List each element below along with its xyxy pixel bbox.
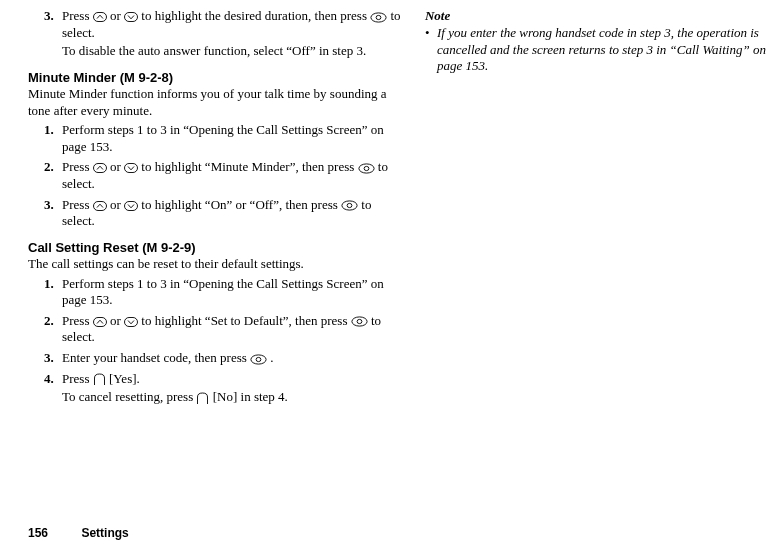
text: Press <box>62 313 93 328</box>
step-item: 3. Enter your handset code, then press . <box>44 350 405 367</box>
step-number: 3. <box>44 197 62 230</box>
step-number: 3. <box>44 350 62 367</box>
section-title: Settings <box>81 526 128 540</box>
svg-point-3 <box>376 15 381 19</box>
text: Press <box>62 197 93 212</box>
text: to highlight “On” or “Off”, then press <box>141 197 341 212</box>
page-footer: 156 Settings <box>28 526 129 540</box>
step-number: 1. <box>44 122 62 155</box>
down-key-icon <box>124 12 138 22</box>
svg-rect-5 <box>125 164 138 173</box>
step-number: 2. <box>44 313 62 346</box>
step-number: 2. <box>44 159 62 192</box>
svg-rect-12 <box>93 317 106 326</box>
note-text: If you enter the wrong handset code in s… <box>437 25 774 75</box>
text: Press <box>62 159 93 174</box>
step-item: 3. Press or to highlight the desired dur… <box>44 8 405 60</box>
left-column: 3. Press or to highlight the desired dur… <box>28 8 405 408</box>
text: Enter your handset code, then press <box>62 350 250 365</box>
softkey-icon <box>93 373 106 386</box>
down-key-icon <box>124 201 138 211</box>
step-number: 1. <box>44 276 62 309</box>
select-key-icon <box>358 163 375 174</box>
step-body: Perform steps 1 to 3 in “Opening the Cal… <box>62 276 405 309</box>
reset-steps: 1. Perform steps 1 to 3 in “Opening the … <box>44 276 405 406</box>
step-body: Press or to highlight “Minute Minder”, t… <box>62 159 405 192</box>
svg-point-17 <box>256 357 261 361</box>
svg-point-2 <box>371 12 386 21</box>
note-body: • If you enter the wrong handset code in… <box>425 25 774 75</box>
text: [No] in step 4. <box>213 389 288 404</box>
step-item: 4. Press [Yes]. To cancel resetting, pre… <box>44 371 405 406</box>
text: Press <box>62 371 93 386</box>
text: To cancel resetting, press <box>62 389 196 404</box>
step-item: 2. Press or to highlight “Set to Default… <box>44 313 405 346</box>
right-column: Note • If you enter the wrong handset co… <box>425 8 774 408</box>
heading-call-reset: Call Setting Reset (M 9-2-9) <box>28 240 405 255</box>
svg-point-14 <box>352 317 367 326</box>
svg-rect-1 <box>125 13 138 22</box>
step-body: Press or to highlight “On” or “Off”, the… <box>62 197 405 230</box>
text: or <box>110 197 124 212</box>
up-key-icon <box>93 12 107 22</box>
svg-point-6 <box>358 164 373 173</box>
up-key-icon <box>93 163 107 173</box>
text: Press <box>62 8 93 23</box>
step-followup: To cancel resetting, press [No] in step … <box>62 389 405 406</box>
text: to highlight the desired duration, then … <box>141 8 370 23</box>
svg-point-11 <box>347 204 352 208</box>
up-key-icon <box>93 201 107 211</box>
top-step3-block: 3. Press or to highlight the desired dur… <box>44 8 405 60</box>
svg-rect-9 <box>125 201 138 210</box>
text: to highlight “Minute Minder”, then press <box>141 159 357 174</box>
text: [Yes]. <box>109 371 140 386</box>
step-body: Press [Yes]. To cancel resetting, press … <box>62 371 405 406</box>
minute-steps: 1. Perform steps 1 to 3 in “Opening the … <box>44 122 405 230</box>
down-key-icon <box>124 317 138 327</box>
svg-point-7 <box>364 166 369 170</box>
step-body: Press or to highlight the desired durati… <box>62 8 405 60</box>
bullet-icon: • <box>425 25 437 75</box>
intro-minute-minder: Minute Minder function informs you of yo… <box>28 86 405 119</box>
page-number: 156 <box>28 526 48 540</box>
step-followup: To disable the auto answer function, sel… <box>62 43 405 60</box>
step-item: 1. Perform steps 1 to 3 in “Opening the … <box>44 122 405 155</box>
step-body: Press or to highlight “Set to Default”, … <box>62 313 405 346</box>
step-body: Enter your handset code, then press . <box>62 350 405 367</box>
softkey-icon <box>196 392 209 405</box>
text: or <box>110 313 124 328</box>
step-item: 1. Perform steps 1 to 3 in “Opening the … <box>44 276 405 309</box>
svg-rect-0 <box>93 13 106 22</box>
svg-rect-4 <box>93 164 106 173</box>
intro-call-reset: The call settings can be reset to their … <box>28 256 405 273</box>
step-number: 3. <box>44 8 62 60</box>
svg-point-10 <box>342 201 357 210</box>
select-key-icon <box>351 316 368 327</box>
svg-point-15 <box>357 320 362 324</box>
select-key-icon <box>250 354 267 365</box>
text: or <box>110 159 124 174</box>
note-heading: Note <box>425 8 774 24</box>
heading-minute-minder: Minute Minder (M 9-2-8) <box>28 70 405 85</box>
select-key-icon <box>370 12 387 23</box>
down-key-icon <box>124 163 138 173</box>
text: . <box>270 350 273 365</box>
svg-rect-8 <box>93 201 106 210</box>
step-item: 2. Press or to highlight “Minute Minder”… <box>44 159 405 192</box>
up-key-icon <box>93 317 107 327</box>
text: or <box>110 8 124 23</box>
select-key-icon <box>341 200 358 211</box>
text: to highlight “Set to Default”, then pres… <box>141 313 350 328</box>
step-number: 4. <box>44 371 62 406</box>
svg-rect-13 <box>125 317 138 326</box>
page-columns: 3. Press or to highlight the desired dur… <box>0 8 784 408</box>
step-item: 3. Press or to highlight “On” or “Off”, … <box>44 197 405 230</box>
step-body: Perform steps 1 to 3 in “Opening the Cal… <box>62 122 405 155</box>
svg-point-16 <box>251 354 266 363</box>
